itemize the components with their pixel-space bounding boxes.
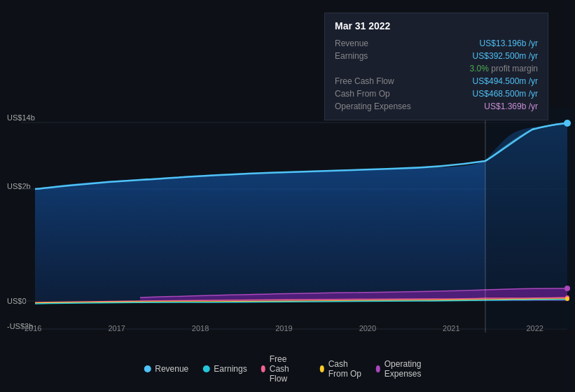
legend-dot-fcf	[261, 365, 265, 372]
svg-point-6	[564, 120, 571, 127]
tooltip-label-earnings: Earnings	[335, 51, 419, 61]
tooltip-row-margin: 3.0% profit margin	[335, 62, 538, 75]
tooltip-margin-value: 3.0% profit margin	[470, 64, 538, 74]
tooltip-value-fcf: US$494.500m /yr	[473, 76, 538, 86]
x-label-2019: 2019	[275, 324, 292, 332]
legend-item-revenue[interactable]: Revenue	[144, 364, 188, 374]
x-label-2021: 2021	[443, 324, 459, 332]
tooltip-value-cashop: US$468.500m /yr	[473, 89, 538, 99]
legend-label-opex: Operating Expenses	[385, 359, 431, 379]
profit-label: profit margin	[491, 64, 538, 74]
legend-label-fcf: Free Cash Flow	[270, 354, 306, 384]
tooltip-label-revenue: Revenue	[335, 38, 419, 48]
svg-point-7	[564, 286, 570, 291]
legend-item-opex[interactable]: Operating Expenses	[376, 359, 431, 379]
x-label-2020: 2020	[359, 324, 376, 332]
profit-pct: 3.0%	[470, 64, 489, 74]
x-label-2017: 2017	[108, 324, 125, 332]
chart-legend: Revenue Earnings Free Cash Flow Cash Fro…	[144, 354, 431, 384]
x-label-2016: 2016	[25, 324, 41, 332]
legend-dot-earnings	[202, 365, 209, 372]
tooltip-title: Mar 31 2022	[335, 20, 538, 31]
x-axis: 2016 2017 2018 2019 2020 2021 2022	[0, 324, 575, 332]
legend-label-revenue: Revenue	[155, 364, 188, 374]
legend-item-fcf[interactable]: Free Cash Flow	[261, 354, 306, 384]
tooltip-value-revenue: US$13.196b /yr	[480, 38, 538, 48]
legend-dot-revenue	[144, 365, 151, 372]
tooltip-label-cashop: Cash From Op	[335, 89, 419, 99]
data-tooltip: Mar 31 2022 Revenue US$13.196b /yr Earni…	[324, 13, 548, 120]
tooltip-row-opex: Operating Expenses US$1.369b /yr	[335, 100, 538, 113]
tooltip-value-opex: US$1.369b /yr	[484, 102, 538, 111]
legend-label-earnings: Earnings	[214, 364, 247, 374]
tooltip-row-revenue: Revenue US$13.196b /yr	[335, 37, 538, 50]
tooltip-row-earnings: Earnings US$392.500m /yr	[335, 50, 538, 62]
legend-label-cashop: Cash From Op	[328, 359, 362, 379]
svg-point-9	[565, 297, 569, 301]
tooltip-row-cashop: Cash From Op US$468.500m /yr	[335, 88, 538, 100]
legend-item-earnings[interactable]: Earnings	[202, 364, 247, 374]
tooltip-value-earnings: US$392.500m /yr	[473, 51, 538, 61]
x-label-2018: 2018	[192, 324, 209, 332]
tooltip-label-fcf: Free Cash Flow	[335, 76, 419, 86]
tooltip-row-fcf: Free Cash Flow US$494.500m /yr	[335, 75, 538, 88]
x-label-2022: 2022	[526, 324, 543, 332]
legend-dot-opex	[376, 365, 380, 372]
legend-item-cashop[interactable]: Cash From Op	[320, 359, 362, 379]
legend-dot-cashop	[320, 365, 324, 372]
tooltip-label-opex: Operating Expenses	[335, 102, 419, 111]
